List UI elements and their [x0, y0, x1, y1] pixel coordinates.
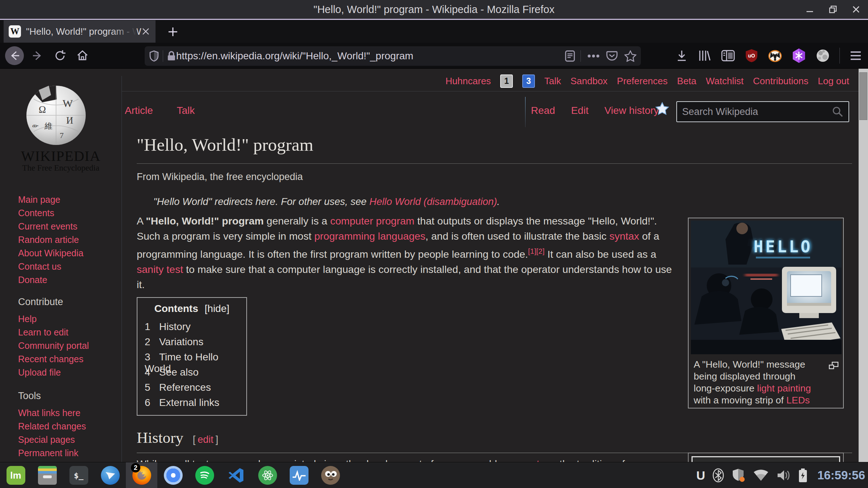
battery-icon[interactable] — [798, 468, 808, 483]
new-tab-button[interactable] — [163, 23, 182, 41]
page-scrollbar-thumb[interactable] — [859, 72, 867, 120]
tracking-protection-shield-icon[interactable] — [149, 50, 159, 62]
taskbar-clock[interactable]: 16:59:56 — [817, 468, 865, 482]
restore-button[interactable] — [827, 4, 838, 15]
sidebar-item-permanent-link[interactable]: Permanent link — [18, 448, 86, 461]
table-of-contents: Contents [hide] 1History 2Variations 3Ti… — [137, 297, 247, 416]
page-scrollbar[interactable] — [859, 69, 868, 462]
page-actions-icon[interactable] — [587, 54, 600, 58]
toc-item-variations[interactable]: 2Variations — [145, 336, 246, 351]
toc-item-external-links[interactable]: 6External links — [145, 397, 246, 412]
toc-item-time-to-hello-world[interactable]: 3Time to Hello World — [145, 351, 246, 367]
logout-link[interactable]: Log out — [818, 76, 849, 87]
alerts-badge[interactable]: 1 — [500, 74, 513, 88]
toc-item-references[interactable]: 5References — [145, 382, 246, 397]
tab-talk[interactable]: Talk — [177, 105, 195, 116]
username-link[interactable]: Huhncares — [446, 76, 491, 87]
atom-icon — [258, 466, 277, 485]
forward-button[interactable] — [28, 46, 47, 65]
contributions-link[interactable]: Contributions — [753, 76, 808, 87]
taskbar-system-monitor-button[interactable] — [283, 462, 315, 488]
sandbox-link[interactable]: Sandbox — [570, 76, 608, 87]
url-input[interactable] — [176, 50, 563, 62]
sidebar-item-contents[interactable]: Contents — [18, 208, 84, 221]
bluetooth-icon[interactable] — [712, 468, 724, 483]
sidebar-item-learn-to-edit[interactable]: Learn to edit — [18, 327, 89, 341]
watchlist-link[interactable]: Watchlist — [706, 76, 744, 87]
sidebar-item-community-portal[interactable]: Community portal — [18, 341, 89, 354]
taskbar-thunderbird-button[interactable] — [94, 462, 126, 488]
taskbar-mint-menu-button[interactable]: lm — [0, 462, 31, 488]
svg-text:uO: uO — [748, 53, 755, 59]
action-edit[interactable]: Edit — [571, 105, 588, 116]
downloads-button[interactable] — [675, 49, 688, 62]
tab-bar: W "Hello, World!" program - W — [0, 19, 868, 43]
privacy-badger-icon[interactable] — [768, 49, 782, 63]
search-icon[interactable] — [832, 106, 843, 117]
taskbar-gimp-button[interactable] — [315, 462, 346, 488]
bookmark-star-icon[interactable] — [624, 50, 637, 62]
search-box[interactable] — [676, 101, 849, 122]
library-button[interactable] — [698, 49, 711, 62]
url-bar[interactable] — [145, 46, 641, 66]
preferences-link[interactable]: Preferences — [617, 76, 668, 87]
search-input[interactable] — [682, 106, 832, 117]
toolbar-separator — [839, 48, 840, 64]
reader-mode-icon[interactable] — [565, 50, 575, 62]
home-button[interactable] — [73, 46, 92, 65]
ublock-origin-icon[interactable]: uO — [745, 48, 758, 63]
sidebar-item-random-article[interactable]: Random article — [18, 235, 84, 248]
taskbar-vscode-button[interactable] — [220, 462, 252, 488]
wikipedia-globe-logo[interactable]: W Ω И 維 7 ው — [16, 85, 96, 146]
toc-item-history[interactable]: 1History — [145, 321, 246, 336]
sidebar-tools-list: What links here Related changes Special … — [18, 408, 86, 461]
edit-section-link[interactable]: edit — [198, 434, 214, 445]
sidebar-item-contact-us[interactable]: Contact us — [18, 261, 84, 275]
sidebar-item-main-page[interactable]: Main page — [18, 194, 84, 208]
sidebar-item-help[interactable]: Help — [18, 314, 89, 327]
toc-hide-toggle[interactable]: [hide] — [205, 303, 230, 314]
taskbar-terminal-button[interactable]: $_ — [63, 462, 94, 488]
svg-text:維: 維 — [44, 121, 52, 130]
sidebar-item-donate[interactable]: Donate — [18, 275, 84, 288]
close-button[interactable] — [851, 4, 861, 15]
tab-close-icon[interactable] — [140, 25, 152, 38]
taskbar-chromium-button[interactable] — [157, 462, 189, 488]
minimize-button[interactable] — [804, 4, 815, 15]
action-view-history[interactable]: View history — [604, 105, 659, 116]
reload-button[interactable] — [51, 46, 69, 65]
menu-button[interactable] — [849, 50, 862, 61]
sidebar-item-about-wikipedia[interactable]: About Wikipedia — [18, 248, 84, 261]
taskbar-spotify-button[interactable] — [189, 462, 220, 488]
sidebar-item-recent-changes[interactable]: Recent changes — [18, 354, 89, 367]
beta-link[interactable]: Beta — [677, 76, 697, 87]
notices-badge[interactable]: 3 — [522, 74, 535, 88]
sidebar-item-current-events[interactable]: Current events — [18, 221, 84, 235]
user-talk-link[interactable]: Talk — [544, 76, 561, 87]
sidebar-item-special-pages[interactable]: Special pages — [18, 435, 86, 448]
back-button[interactable] — [5, 46, 24, 65]
taskbar-atom-button[interactable] — [252, 462, 283, 488]
wifi-icon[interactable] — [753, 469, 769, 481]
sidebar-item-what-links-here[interactable]: What links here — [18, 408, 86, 421]
sidebar-item-related-changes[interactable]: Related changes — [18, 421, 86, 435]
pocket-icon[interactable] — [606, 51, 618, 61]
tab-hello-world[interactable]: W "Hello, World!" program - W — [4, 20, 156, 43]
toc-item-see-also[interactable]: 4See also — [145, 367, 246, 382]
watch-star-icon[interactable] — [655, 102, 669, 115]
taskbar-firefox-button[interactable]: 2 — [126, 462, 157, 488]
enlarge-icon[interactable] — [829, 361, 839, 370]
update-shield-icon[interactable] — [731, 468, 746, 483]
lock-icon[interactable] — [167, 51, 176, 61]
tray-update-icon[interactable]: U — [696, 468, 705, 483]
sidebar-toggle-button[interactable] — [721, 50, 735, 62]
gimp-icon — [321, 466, 340, 485]
extension-globe-icon[interactable] — [816, 48, 830, 63]
tab-article[interactable]: Article — [125, 105, 153, 116]
extension-hexagon-icon[interactable] — [792, 48, 806, 63]
figure-image[interactable]: HELLO HELLO — [691, 221, 841, 354]
action-read[interactable]: Read — [531, 105, 555, 116]
sidebar-item-upload-file[interactable]: Upload file — [18, 367, 89, 381]
volume-icon[interactable] — [776, 469, 791, 482]
taskbar-file-manager-button[interactable] — [31, 462, 63, 488]
